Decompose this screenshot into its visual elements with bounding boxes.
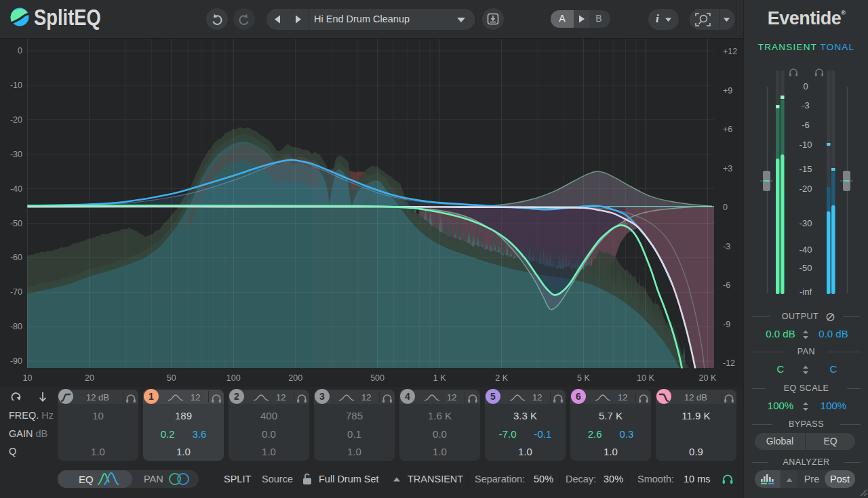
svg-text:0: 0 [803,81,808,91]
svg-text:-3: -3 [723,242,730,251]
svg-text:-6: -6 [802,120,810,130]
svg-text:-12: -12 [723,358,735,368]
svg-text:200: 200 [288,373,302,383]
svg-text:10 K: 10 K [637,373,654,383]
svg-text:-60: -60 [10,253,22,262]
svg-text:500: 500 [370,373,384,383]
svg-text:0: 0 [18,46,22,56]
svg-text:-50: -50 [10,219,22,228]
svg-text:1 K: 1 K [433,373,446,383]
svg-text:-15: -15 [800,164,812,174]
svg-text:+12: +12 [723,47,737,56]
svg-text:-10: -10 [10,81,22,90]
svg-text:-70: -70 [10,287,22,297]
svg-text:-50: -50 [800,263,812,273]
svg-text:-30: -30 [800,218,812,228]
svg-text:+9: +9 [723,86,732,96]
svg-text:0: 0 [723,203,728,212]
svg-text:2 K: 2 K [495,373,508,383]
svg-text:20: 20 [85,373,94,383]
svg-text:-9: -9 [723,320,730,329]
svg-text:-30: -30 [10,150,22,159]
svg-text:50: 50 [167,373,176,383]
svg-text:+3: +3 [723,164,732,173]
svg-text:-inf: -inf [800,287,812,297]
svg-text:5 K: 5 K [577,373,590,383]
svg-text:-20: -20 [800,184,812,194]
svg-text:-10: -10 [800,140,812,150]
svg-text:-40: -40 [800,245,812,255]
svg-text:100: 100 [226,373,241,383]
svg-text:-40: -40 [10,184,22,194]
svg-text:+6: +6 [723,125,732,134]
svg-text:-6: -6 [723,281,730,290]
svg-text:-80: -80 [10,322,22,331]
svg-text:-20: -20 [10,115,22,125]
svg-text:20 K: 20 K [699,373,717,383]
svg-text:-90: -90 [10,356,22,366]
svg-text:-3: -3 [802,100,810,110]
svg-text:10: 10 [23,373,33,383]
